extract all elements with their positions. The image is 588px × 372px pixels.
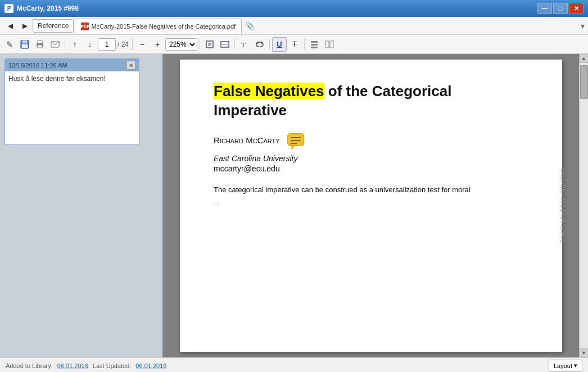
svg-marker-18 — [292, 146, 295, 149]
pdf-affiliation: East Carolina University — [214, 154, 528, 163]
pdf-viewer[interactable]: Downloaded from http://min False Negativ… — [163, 54, 579, 357]
pdf-title: False Negatives of the Categorical Imper… — [214, 82, 528, 120]
svg-rect-1 — [22, 40, 27, 43]
scroll-down-button[interactable]: ▼ — [580, 348, 589, 357]
titlebar: P McCarty, 2015 #998 — □ ✕ — [0, 0, 588, 17]
svg-rect-15 — [325, 41, 329, 48]
pdf-tab[interactable]: PDF McCarty-2015-False Negatives of the … — [75, 19, 242, 34]
svg-rect-16 — [330, 41, 333, 48]
added-label: Added to Library: — [6, 362, 53, 369]
print-button[interactable] — [33, 37, 47, 52]
svg-rect-8 — [208, 43, 211, 46]
pdf-scroll-area: Downloaded from http://min False Negativ… — [163, 54, 588, 357]
svg-rect-2 — [22, 44, 28, 48]
next-page-button[interactable]: ↓ — [83, 37, 97, 52]
pdf-author: Richard McCarty — [214, 135, 280, 145]
sticky-header: 12/16/2016 11:26 AM ✕ — [5, 59, 139, 71]
layout-button[interactable]: Layout ▾ — [549, 360, 582, 372]
svg-rect-12 — [311, 41, 318, 43]
email-button[interactable] — [48, 37, 62, 52]
comment-bubble[interactable] — [287, 131, 307, 152]
separator-6 — [304, 39, 305, 50]
left-panel: 12/16/2016 11:26 AM ✕ Husk å lese denne … — [0, 54, 163, 357]
added-date[interactable]: 06.01.2016 — [57, 362, 88, 369]
window-title: McCarty, 2015 #998 — [17, 4, 537, 12]
layout-label: Layout — [554, 362, 572, 369]
scrollbar: ▲ ▼ — [579, 54, 588, 357]
status-right: Layout ▾ — [549, 360, 582, 372]
sticky-close-button[interactable]: ✕ — [126, 61, 135, 70]
pdf-icon: PDF — [81, 22, 89, 30]
tab-filename: McCarty-2015-False Negatives of the Cate… — [91, 23, 236, 30]
fit-width-button[interactable] — [218, 37, 232, 52]
separator-2 — [132, 39, 133, 50]
underline-button[interactable]: U — [272, 37, 287, 52]
svg-text:T: T — [241, 40, 246, 49]
scroll-thumb[interactable] — [580, 65, 588, 99]
sticky-timestamp: 12/16/2016 11:26 AM — [8, 62, 67, 69]
text-select-button[interactable]: T — [237, 37, 252, 52]
link-button[interactable] — [252, 37, 267, 52]
side-text: Downloaded from http://min — [559, 167, 566, 243]
forward-button[interactable]: ▶ — [18, 19, 31, 33]
pdf-email: mccartyr@ecu.edu — [214, 164, 528, 173]
page-input[interactable] — [98, 38, 116, 51]
pdf-abstract: The categorical imperative can be constr… — [214, 184, 528, 208]
strikethrough-button[interactable]: T — [287, 37, 302, 52]
content-area: 12/16/2016 11:26 AM ✕ Husk å lese denne … — [0, 54, 588, 357]
updated-label: Last Updated: — [93, 362, 132, 369]
layout-arrow-icon: ▾ — [574, 362, 577, 369]
new-button[interactable]: ✎ — [2, 37, 17, 52]
zoom-in-button[interactable]: + — [150, 37, 165, 52]
prev-page-button[interactable]: ↑ — [67, 37, 82, 52]
window-controls: — □ ✕ — [537, 3, 584, 14]
separator-5 — [269, 39, 270, 50]
back-button[interactable]: ◀ — [3, 19, 17, 33]
save-button[interactable] — [17, 37, 32, 52]
maximize-button[interactable]: □ — [553, 3, 568, 14]
separator-1 — [65, 39, 65, 50]
svg-rect-5 — [38, 45, 42, 48]
zoom-out-button[interactable]: − — [135, 37, 150, 52]
app-icon: P — [4, 4, 13, 13]
minimize-button[interactable]: — — [537, 3, 552, 14]
separator-3 — [200, 39, 200, 50]
separator-4 — [234, 39, 235, 50]
nav-dropdown-icon[interactable]: ▾ — [581, 21, 585, 30]
attach-icon[interactable]: 📎 — [245, 21, 255, 30]
navbar: ◀ ▶ Reference PDF McCarty-2015-False Neg… — [0, 17, 588, 35]
sticky-body: Husk å lese denne før eksamen! — [5, 71, 139, 144]
scroll-track[interactable] — [580, 63, 588, 348]
fit-page-button[interactable] — [202, 37, 217, 52]
tab-area: PDF McCarty-2015-False Negatives of the … — [75, 17, 580, 34]
single-col-button[interactable] — [307, 37, 322, 52]
sticky-text: Husk å lese denne før eksamen! — [8, 75, 106, 83]
close-button[interactable]: ✕ — [569, 3, 584, 14]
zoom-select[interactable]: 225% 100% 150% 200% — [165, 38, 197, 51]
title-highlighted: False Negatives — [214, 83, 324, 99]
svg-rect-4 — [38, 40, 42, 43]
abstract-continuation: ... — [214, 197, 220, 205]
updated-date[interactable]: 06.01.2016 — [135, 362, 166, 369]
svg-rect-13 — [311, 44, 318, 46]
dual-col-button[interactable] — [322, 37, 337, 52]
pdf-page: Downloaded from http://min False Negativ… — [180, 60, 562, 352]
toolbar: ✎ ↑ ↓ / 24 − + 225% 100% 150% 200% T U T — [0, 35, 588, 54]
abstract-text: The categorical imperative can be constr… — [214, 185, 471, 194]
page-separator: / 24 — [117, 40, 129, 48]
scroll-up-button[interactable]: ▲ — [580, 54, 589, 63]
reference-button[interactable]: Reference — [33, 19, 74, 33]
svg-rect-14 — [311, 47, 318, 48]
statusbar: Added to Library: 06.01.2016 Last Update… — [0, 357, 588, 372]
sticky-note: 12/16/2016 11:26 AM ✕ Husk å lese denne … — [4, 58, 139, 145]
